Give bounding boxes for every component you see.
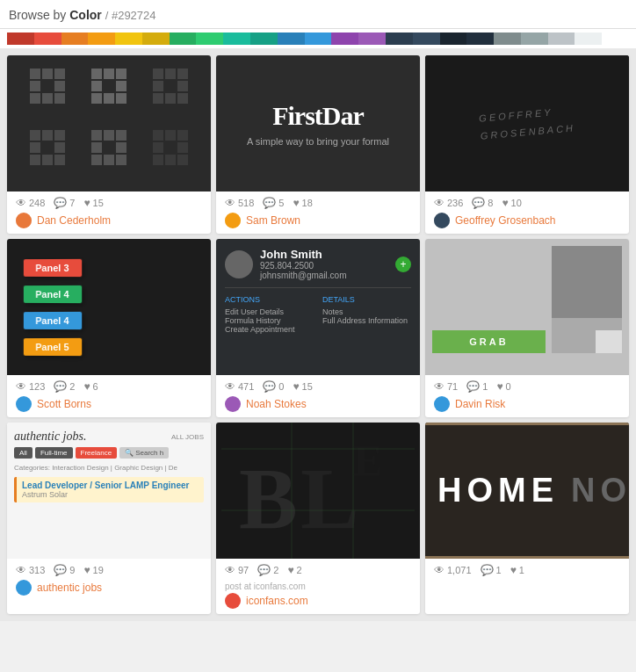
- card-author[interactable]: authentic jobs: [16, 580, 202, 596]
- views-count: 313: [29, 565, 45, 575]
- svg-rect-16: [116, 93, 126, 104]
- likes-stat: ♥ 19: [83, 564, 103, 576]
- svg-rect-6: [30, 93, 40, 104]
- card-thumbnail[interactable]: authentic jobs. ALL JOBS All Full-time F…: [7, 423, 211, 559]
- views-stat: 👁 71: [434, 380, 458, 393]
- color-swatch[interactable]: [521, 33, 548, 45]
- author-avatar: [225, 593, 241, 609]
- card-stats: 👁 123 💬 2 ♥ 6: [16, 380, 202, 393]
- author-name[interactable]: Geoffrey Grosenbach: [455, 214, 556, 227]
- svg-rect-13: [116, 81, 126, 91]
- heart-icon: ♥: [293, 380, 299, 393]
- eye-icon: 👁: [225, 564, 235, 576]
- card-thumbnail[interactable]: B L E: [216, 423, 420, 559]
- color-swatch[interactable]: [494, 33, 521, 45]
- eye-icon: 👁: [225, 197, 235, 209]
- svg-rect-39: [104, 155, 114, 165]
- author-name[interactable]: Davin Risk: [455, 398, 505, 410]
- author-avatar: [16, 396, 32, 412]
- page-header: Browse by Color / #292724: [0, 0, 636, 29]
- eye-icon: 👁: [16, 197, 26, 209]
- svg-rect-41: [153, 130, 163, 141]
- svg-rect-29: [54, 142, 65, 153]
- card-footer: 👁 471 💬 0 ♥ 15 Noah Stokes: [216, 375, 420, 417]
- card-footer: 👁 236 💬 8 ♥ 10 Geoffrey Grosenbach: [425, 191, 629, 234]
- card-thumbnail[interactable]: GRAB: [425, 239, 629, 375]
- views-stat: 👁 248: [16, 197, 45, 209]
- author-name[interactable]: authentic jobs: [37, 582, 102, 594]
- eye-icon: 👁: [434, 564, 444, 576]
- color-swatch[interactable]: [575, 33, 602, 45]
- card-author[interactable]: Geoffrey Grosenbach: [434, 213, 620, 228]
- card-author[interactable]: Noah Stokes: [225, 396, 411, 412]
- card-author[interactable]: Dan Cederholm: [16, 213, 202, 228]
- color-swatch[interactable]: [305, 33, 332, 45]
- color-swatch[interactable]: [7, 33, 34, 45]
- author-avatar: [225, 213, 241, 228]
- card-author[interactable]: Davin Risk: [434, 396, 620, 412]
- color-swatch[interactable]: [223, 33, 250, 45]
- card-thumbnail[interactable]: FirstDar A simple way to bring your form…: [216, 55, 420, 191]
- card-author[interactable]: iconfans.com: [225, 593, 411, 609]
- views-stat: 👁 471: [225, 380, 254, 393]
- card-thumbnail[interactable]: John Smith 925.804.2500 johnsmith@gmail.…: [216, 239, 420, 375]
- color-swatch[interactable]: [548, 33, 575, 45]
- card: B L E 👁 97 💬 2 ♥ 2 post at iconfans.comi…: [216, 423, 420, 614]
- views-count: 236: [447, 198, 463, 208]
- card-author[interactable]: Scott Borns: [16, 396, 202, 412]
- svg-rect-37: [116, 142, 126, 153]
- color-swatch[interactable]: [602, 33, 629, 45]
- comments-stat: 💬 2: [54, 380, 75, 393]
- comment-icon: 💬: [472, 197, 485, 209]
- header-prefix: Browse by: [9, 8, 66, 22]
- card: 👁 248 💬 7 ♥ 15 Dan Cederholm: [7, 55, 211, 234]
- color-swatch[interactable]: [331, 33, 358, 45]
- color-swatch[interactable]: [440, 33, 467, 45]
- color-swatch[interactable]: [88, 33, 115, 45]
- views-stat: 👁 518: [225, 197, 254, 209]
- color-swatch[interactable]: [142, 33, 170, 45]
- author-name[interactable]: Noah Stokes: [246, 398, 307, 410]
- svg-rect-34: [104, 130, 114, 141]
- color-swatch[interactable]: [358, 33, 386, 45]
- color-swatch[interactable]: [278, 33, 305, 45]
- card-thumbnail[interactable]: [7, 55, 211, 191]
- color-swatch[interactable]: [34, 33, 61, 45]
- views-stat: 👁 1,071: [434, 564, 472, 576]
- views-count: 1,071: [447, 565, 472, 575]
- card-thumbnail[interactable]: HOME NO: [425, 423, 629, 559]
- svg-text:B: B: [239, 450, 298, 547]
- comment-icon: 💬: [54, 564, 67, 576]
- author-name[interactable]: Dan Cederholm: [37, 214, 111, 227]
- likes-stat: ♥ 15: [83, 197, 103, 209]
- likes-stat: ♥ 0: [496, 380, 510, 393]
- color-swatch[interactable]: [386, 33, 413, 45]
- heart-icon: ♥: [83, 197, 90, 209]
- color-swatch[interactable]: [115, 33, 142, 45]
- color-swatch[interactable]: [61, 33, 89, 45]
- heart-icon: ♥: [510, 564, 517, 576]
- color-swatch[interactable]: [196, 33, 223, 45]
- svg-rect-46: [153, 155, 163, 165]
- svg-rect-18: [165, 69, 176, 79]
- author-name[interactable]: Scott Borns: [37, 398, 91, 410]
- svg-rect-43: [177, 130, 188, 141]
- color-swatch[interactable]: [250, 33, 278, 45]
- card-author[interactable]: Sam Brown: [225, 213, 411, 228]
- comments-stat: 💬 8: [472, 197, 493, 209]
- color-swatch[interactable]: [170, 33, 197, 45]
- color-swatch[interactable]: [413, 33, 440, 45]
- color-swatch[interactable]: [466, 33, 494, 45]
- svg-rect-21: [177, 81, 188, 91]
- views-count: 518: [238, 198, 254, 208]
- svg-rect-20: [153, 81, 163, 91]
- views-count: 97: [238, 565, 249, 575]
- card-thumbnail[interactable]: GeoffreyGrosenbach: [425, 55, 629, 191]
- svg-rect-8: [54, 93, 65, 104]
- svg-rect-11: [116, 69, 126, 79]
- card-footer: 👁 1,071 💬 1 ♥ 1: [425, 559, 629, 585]
- author-name[interactable]: iconfans.com: [246, 595, 308, 607]
- card-thumbnail[interactable]: Panel 3Panel 4Panel 4Panel 5: [7, 239, 211, 375]
- author-name[interactable]: Sam Brown: [246, 214, 300, 227]
- card-stats: 👁 248 💬 7 ♥ 15: [16, 197, 202, 209]
